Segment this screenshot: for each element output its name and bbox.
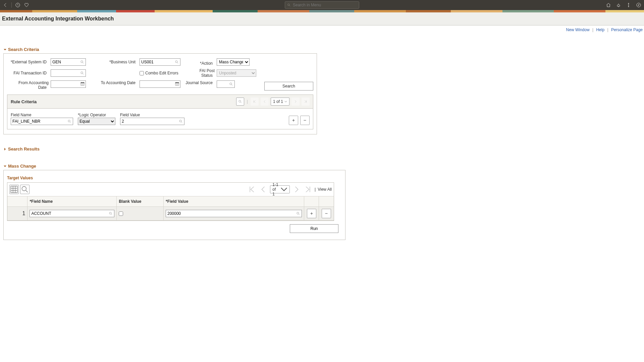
rule-field-value-label: Field Value [120, 113, 184, 117]
tv-add-row-button[interactable] [307, 209, 316, 218]
personalize-page-link[interactable]: Personalize Page [611, 27, 643, 32]
journal-source-lookup-icon[interactable] [228, 81, 234, 87]
rule-criteria-header: Rule Criteria | 1 of 1 [7, 95, 313, 109]
find-in-grid-icon[interactable] [20, 185, 30, 194]
home-icon[interactable] [606, 2, 611, 8]
rule-counter-text: 1 of 1 [273, 99, 283, 104]
collapse-chevron-down-icon [3, 48, 7, 51]
search-criteria-label: Search Criteria [8, 47, 39, 52]
tv-counter[interactable]: 1-1 of 1 [270, 185, 290, 193]
combo-edit-errors-checkbox[interactable] [140, 71, 144, 75]
svg-point-26 [176, 85, 176, 85]
svg-point-15 [83, 84, 84, 84]
tv-delete-row-button[interactable] [322, 209, 331, 218]
rule-find-icon[interactable] [236, 98, 244, 106]
search-button[interactable]: Search [264, 82, 313, 90]
rule-logic-operator-label: *Logic Operator [78, 113, 115, 117]
rule-add-row-button[interactable] [289, 116, 298, 125]
svg-point-24 [177, 84, 177, 84]
run-button[interactable]: Run [290, 224, 338, 233]
fai-post-status-label: FAI Post Status [200, 68, 215, 78]
help-link[interactable]: Help [596, 27, 604, 32]
to-date-calendar-icon[interactable] [175, 81, 179, 86]
search-criteria-header[interactable]: Search Criteria [3, 47, 641, 52]
rule-field-name-lookup-icon[interactable] [67, 119, 72, 124]
nav-divider: | [315, 187, 316, 192]
rule-prev-icon[interactable] [261, 98, 269, 106]
table-row: 1 [7, 207, 334, 221]
personalize-grid-icon[interactable] [9, 185, 19, 194]
svg-point-2 [628, 3, 629, 4]
external-system-id-lookup-icon[interactable] [79, 59, 85, 65]
rule-criteria-title: Rule Criteria [11, 99, 37, 104]
global-search-input[interactable] [293, 3, 357, 7]
to-accounting-date-label: To Accounting Date [101, 80, 138, 85]
rule-delete-row-button[interactable] [300, 116, 310, 125]
back-arrow-icon[interactable] [3, 2, 8, 8]
new-window-link[interactable]: New Window [566, 27, 590, 32]
svg-point-5 [637, 3, 641, 7]
combo-edit-errors-label: Combo Edit Errors [145, 71, 178, 75]
tv-field-value-lookup-icon[interactable] [296, 211, 301, 216]
tv-next-icon[interactable] [292, 185, 301, 194]
svg-point-35 [109, 212, 111, 214]
recent-icon[interactable] [15, 2, 20, 8]
rule-field-value-input[interactable] [120, 118, 184, 125]
rule-last-icon[interactable] [302, 98, 310, 106]
tv-prev-icon[interactable] [259, 185, 268, 194]
favorite-heart-icon[interactable] [24, 2, 29, 8]
search-results-header[interactable]: Search Results [3, 146, 641, 152]
topbar-divider [11, 2, 12, 8]
col-rownum [7, 196, 28, 207]
rule-logic-operator-select[interactable]: Equal [78, 118, 115, 125]
rule-field-name-input[interactable] [11, 118, 73, 125]
notifications-bell-icon[interactable] [616, 2, 621, 8]
svg-point-13 [82, 84, 82, 84]
to-accounting-date-input[interactable] [140, 80, 180, 88]
svg-point-18 [83, 85, 84, 85]
global-topbar [0, 0, 644, 10]
svg-point-3 [628, 5, 629, 5]
search-criteria-panel: *External System ID *Business Unit [3, 53, 317, 134]
business-unit-lookup-icon[interactable] [174, 59, 179, 65]
target-values-table: *Field Name Blank Value *Field Value 1 [7, 196, 334, 221]
target-values-title: Target Values [7, 176, 342, 180]
search-results-label: Search Results [8, 146, 40, 152]
main-content: Search Criteria *External System ID *Bus… [0, 32, 644, 243]
global-search[interactable] [285, 1, 359, 9]
view-all-link[interactable]: View All [318, 187, 332, 192]
tv-field-value-input[interactable] [166, 210, 302, 217]
mass-change-label: Mass Change [8, 164, 36, 169]
navbar-compass-icon[interactable] [636, 2, 641, 8]
tv-last-icon[interactable] [303, 185, 313, 194]
svg-point-25 [178, 84, 178, 84]
rule-next-icon[interactable] [291, 98, 300, 106]
rule-first-icon[interactable] [251, 98, 259, 106]
target-values-toolbar: 1-1 of 1 | View All [7, 183, 334, 196]
page-action-links: New Window | Help | Personalize Page [0, 25, 644, 32]
svg-rect-10 [81, 82, 85, 83]
svg-point-28 [178, 85, 178, 85]
tv-blank-value-checkbox[interactable] [119, 212, 123, 216]
action-select[interactable]: Mass Change [217, 58, 250, 66]
mass-change-header[interactable]: Mass Change [3, 164, 641, 169]
rule-counter[interactable]: 1 of 1 [271, 98, 289, 106]
business-unit-label: *Business Unit [109, 60, 138, 64]
actions-kebab-icon[interactable] [626, 2, 631, 8]
fai-transaction-id-lookup-icon[interactable] [79, 70, 85, 76]
tv-field-name-lookup-icon[interactable] [108, 211, 113, 216]
tv-field-name-input[interactable] [30, 210, 114, 217]
svg-point-16 [82, 85, 82, 85]
link-separator: | [591, 27, 595, 32]
col-blank-value: Blank Value [117, 196, 164, 207]
rule-field-value-lookup-icon[interactable] [178, 119, 183, 124]
svg-point-32 [179, 120, 181, 122]
svg-point-27 [177, 85, 177, 85]
tv-first-icon[interactable] [247, 185, 257, 194]
svg-point-31 [68, 120, 70, 122]
rule-criteria-grid-nav: | 1 of 1 [236, 98, 310, 106]
from-date-calendar-icon[interactable] [80, 81, 85, 86]
rule-criteria-row: Field Name *Logic Operator Equal Field V… [7, 109, 313, 129]
from-accounting-date-label: From Accounting Date [18, 80, 49, 90]
row-number: 1 [7, 207, 28, 221]
